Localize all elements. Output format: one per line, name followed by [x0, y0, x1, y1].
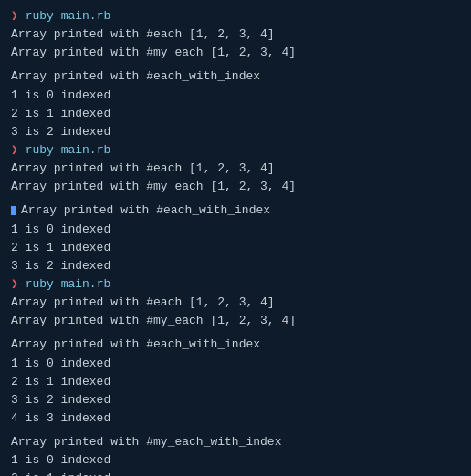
line-text: 4 is 3 indexed — [11, 411, 110, 425]
line-text: Array printed with #each_with_index — [21, 203, 270, 217]
terminal-line: Array printed with #each_with_index — [11, 336, 460, 354]
line-text: 2 is 1 indexed — [11, 375, 110, 388]
terminal-line: 1 is 0 indexed — [11, 355, 460, 373]
line-text: Array printed with #each_with_index — [11, 337, 260, 351]
terminal-line: 2 is 1 indexed — [11, 373, 460, 391]
line-text: Array printed with #each [1, 2, 3, 4] — [11, 27, 275, 41]
terminal-line: 3 is 2 indexed — [11, 123, 460, 141]
line-text: Array printed with #each [1, 2, 3, 4] — [11, 161, 275, 175]
terminal-line: Array printed with #my_each [1, 2, 3, 4] — [11, 312, 460, 330]
terminal-line: Array printed with #my_each [1, 2, 3, 4] — [11, 178, 460, 196]
line-text: 2 is 1 indexed — [11, 471, 110, 476]
command-text: ruby main.rb — [26, 143, 111, 157]
terminal-line: 2 is 1 indexed — [11, 239, 460, 257]
line-text: Array printed with #each_with_index — [11, 69, 260, 83]
prompt-arrow: ❯ — [11, 9, 26, 23]
command-text: ruby main.rb — [26, 9, 111, 23]
terminal-line: 1 is 0 indexed — [11, 451, 460, 470]
line-text: 1 is 0 indexed — [11, 453, 110, 467]
terminal-line: 3 is 2 indexed — [11, 257, 460, 275]
terminal-line: Array printed with #each [1, 2, 3, 4] — [11, 160, 460, 178]
line-text: 3 is 2 indexed — [11, 125, 110, 139]
line-text: 1 is 0 indexed — [11, 88, 110, 102]
line-text: 2 is 1 indexed — [11, 107, 110, 120]
terminal-line: 1 is 0 indexed — [11, 221, 460, 239]
terminal-line: 2 is 1 indexed — [11, 470, 460, 476]
terminal-line: Array printed with #each [1, 2, 3, 4] — [11, 26, 460, 44]
terminal-line: Array printed with #each [1, 2, 3, 4] — [11, 294, 460, 312]
line-text: 1 is 0 indexed — [11, 222, 110, 236]
line-text: 3 is 2 indexed — [11, 259, 110, 273]
terminal-line: 2 is 1 indexed — [11, 105, 460, 123]
prompt-arrow: ❯ — [11, 277, 26, 291]
terminal-line: 4 is 3 indexed — [11, 409, 460, 428]
line-text: 2 is 1 indexed — [11, 241, 110, 254]
terminal-line: ❯ ruby main.rb — [11, 7, 460, 26]
line-text: Array printed with #my_each [1, 2, 3, 4] — [11, 314, 296, 327]
terminal-line: 3 is 2 indexed — [11, 391, 460, 409]
terminal-line: Array printed with #each_with_index — [11, 202, 460, 220]
line-text: Array printed with #my_each [1, 2, 3, 4] — [11, 46, 296, 59]
command-text: ruby main.rb — [26, 277, 111, 291]
terminal-line: Array printed with #my_each_with_index — [11, 433, 460, 451]
terminal-line: ❯ ruby main.rb — [11, 141, 460, 160]
line-text: Array printed with #each [1, 2, 3, 4] — [11, 295, 275, 309]
active-indicator — [11, 206, 16, 215]
terminal-line: Array printed with #each_with_index — [11, 67, 460, 86]
line-text: 3 is 2 indexed — [11, 393, 110, 407]
terminal-line: 1 is 0 indexed — [11, 87, 460, 105]
terminal-line: Array printed with #my_each [1, 2, 3, 4] — [11, 44, 460, 62]
line-text: Array printed with #my_each [1, 2, 3, 4] — [11, 180, 296, 193]
prompt-arrow: ❯ — [11, 143, 26, 157]
terminal-line: ❯ ruby main.rb — [11, 275, 460, 294]
terminal-window: ❯ ruby main.rbArray printed with #each [… — [0, 0, 471, 476]
line-text: Array printed with #my_each_with_index — [11, 435, 281, 449]
line-text: 1 is 0 indexed — [11, 357, 110, 370]
